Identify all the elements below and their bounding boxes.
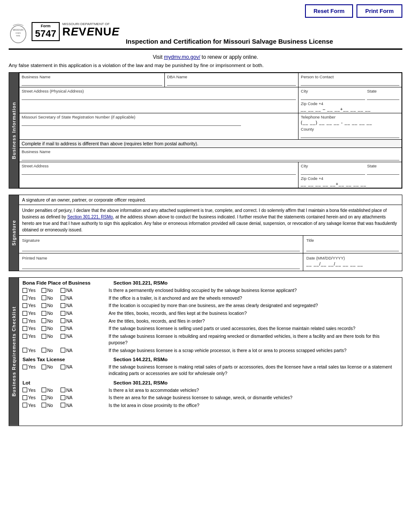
check-options: Yes No NA: [22, 287, 107, 293]
signature-sidebar: Signature: [9, 195, 19, 271]
lot-col2: Section 301.221, RSMo: [113, 380, 167, 385]
mail-different-cell: Complete if mail to address is different…: [19, 140, 402, 148]
no-option[interactable]: No: [42, 333, 58, 339]
yes-option[interactable]: Yes: [22, 333, 39, 339]
na-option[interactable]: NA: [61, 318, 77, 324]
checklist-content-area: Bona Fide Place of Business Section 301.…: [19, 278, 402, 426]
no-option[interactable]: No: [42, 395, 58, 400]
na-option[interactable]: NA: [61, 311, 77, 316]
missouri-seal-icon: MISSOURI STATE SEAL: [9, 22, 28, 46]
county-input[interactable]: [301, 132, 399, 138]
yes-option[interactable]: Yes: [22, 395, 39, 400]
na-option[interactable]: NA: [61, 395, 77, 400]
state-input[interactable]: [367, 94, 399, 100]
yes-option[interactable]: Yes: [22, 303, 39, 308]
question-5: Are the titles, books, records, and file…: [109, 318, 398, 324]
business-name-label: Business Name: [22, 74, 162, 79]
mo-sec-label: Missouri Secretary of State Registration…: [22, 115, 296, 119]
yes-option[interactable]: Yes: [22, 326, 39, 331]
yes-option[interactable]: Yes: [22, 288, 39, 293]
yes-option[interactable]: Yes: [22, 364, 39, 369]
yes-option[interactable]: Yes: [22, 295, 39, 301]
sales-tax-col2: Section 144.221, RSMo: [113, 357, 167, 362]
na-option[interactable]: NA: [61, 333, 77, 339]
question-2: If the office is a trailer, is it anchor…: [109, 295, 398, 301]
street-address2-input[interactable]: [22, 169, 296, 175]
svg-point-0: [10, 26, 26, 43]
no-checkbox[interactable]: [42, 288, 46, 293]
check-options: Yes No NA: [22, 402, 107, 408]
sig-penalty-text: Under penalties of perjury, I declare th…: [19, 205, 402, 236]
check-options: Yes No NA: [22, 364, 107, 369]
checklist-item: Yes No NA Are the titles, books, records…: [22, 310, 398, 317]
street-address-cell: Street Address (Physical Address): [19, 87, 299, 113]
revenue-text: REVENUE: [62, 26, 120, 37]
yes-checkbox[interactable]: [22, 288, 27, 293]
checklist-item: Yes No NA If the salvage business licens…: [22, 364, 398, 376]
person-contact-cell: Person to Contact: [299, 73, 402, 87]
no-option[interactable]: No: [42, 311, 58, 316]
no-option[interactable]: No: [42, 288, 58, 293]
telephone-placeholder: (__ __) __ __ __ - __ __ __ __: [301, 120, 399, 125]
street-address-input[interactable]: [22, 94, 296, 100]
check-options: Yes No NA: [22, 295, 107, 301]
city-input[interactable]: [301, 94, 365, 100]
city-state-zip-cell: City State Zip Code +4 __ __ __ – __ __+…: [299, 87, 402, 113]
reset-button[interactable]: Reset Form: [305, 4, 353, 18]
no-option[interactable]: No: [42, 318, 58, 324]
logo-area: MISSOURI DEPARTMENT OF REVENUE: [62, 22, 120, 37]
sig-notice: A signature of an owner, partner, or cor…: [19, 195, 402, 205]
business-name2-input[interactable]: [22, 155, 399, 160]
na-option[interactable]: NA: [61, 403, 77, 408]
question-4: Are the titles, books, records, and file…: [109, 310, 398, 317]
no-option[interactable]: No: [42, 348, 58, 353]
yes-option[interactable]: Yes: [22, 388, 39, 393]
no-option[interactable]: No: [42, 364, 58, 369]
county-label: County: [301, 127, 399, 131]
na-option[interactable]: NA: [61, 326, 77, 331]
na-checkbox[interactable]: [61, 288, 65, 293]
na-option[interactable]: NA: [61, 303, 77, 308]
mydmv-link[interactable]: mydmv.mo.gov/: [164, 54, 200, 60]
na-option[interactable]: NA: [61, 364, 77, 369]
na-option[interactable]: NA: [61, 348, 77, 353]
state2-label: State: [367, 163, 399, 168]
state2-input[interactable]: [367, 169, 399, 175]
business-info-table: Business Name DBA Name Person to Contact…: [19, 73, 402, 188]
title-label: Title: [306, 238, 314, 243]
na-option[interactable]: NA: [61, 388, 77, 393]
no-option[interactable]: No: [42, 303, 58, 308]
checklist-item: Yes No NA If the office is a trailer, is…: [22, 295, 398, 301]
check-options: Yes No NA: [22, 310, 107, 316]
no-option[interactable]: No: [42, 403, 58, 408]
print-button[interactable]: Print Form: [356, 4, 402, 18]
person-contact-input[interactable]: [301, 80, 399, 86]
lot-question-2: Is there an area for the salvage busines…: [109, 394, 398, 401]
check-options: Yes No NA: [22, 302, 107, 308]
title-line: [306, 244, 399, 251]
city-cell: City: [301, 89, 365, 100]
mo-sec-input[interactable]: [22, 120, 241, 126]
business-name-input[interactable]: [22, 80, 162, 86]
no-option[interactable]: No: [42, 295, 58, 301]
yes-option[interactable]: Yes: [22, 403, 39, 408]
street-address2-label: Street Address: [22, 163, 296, 168]
date-label: Date (MM/DD/YYYY): [306, 256, 345, 260]
dba-name-input[interactable]: [167, 80, 296, 86]
city2-input[interactable]: [301, 169, 365, 175]
city-label: City: [301, 89, 365, 93]
signature-section: Signature A signature of an owner, partn…: [9, 195, 402, 271]
yes-option[interactable]: Yes: [22, 348, 39, 353]
svg-text:SEAL: SEAL: [16, 35, 21, 37]
street-address2-cell: Street Address: [19, 162, 299, 188]
business-name2-label: Business Name: [22, 149, 399, 154]
no-option[interactable]: No: [42, 388, 58, 393]
bona-fide-col1: Bona Fide Place of Business: [22, 280, 109, 285]
na-option[interactable]: NA: [61, 295, 77, 301]
yes-option[interactable]: Yes: [22, 311, 39, 316]
section-link[interactable]: Section 301.221, RSMo: [67, 215, 113, 219]
person-contact-label: Person to Contact: [301, 74, 399, 79]
yes-option[interactable]: Yes: [22, 318, 39, 324]
na-option[interactable]: NA: [61, 288, 77, 293]
no-option[interactable]: No: [42, 326, 58, 331]
